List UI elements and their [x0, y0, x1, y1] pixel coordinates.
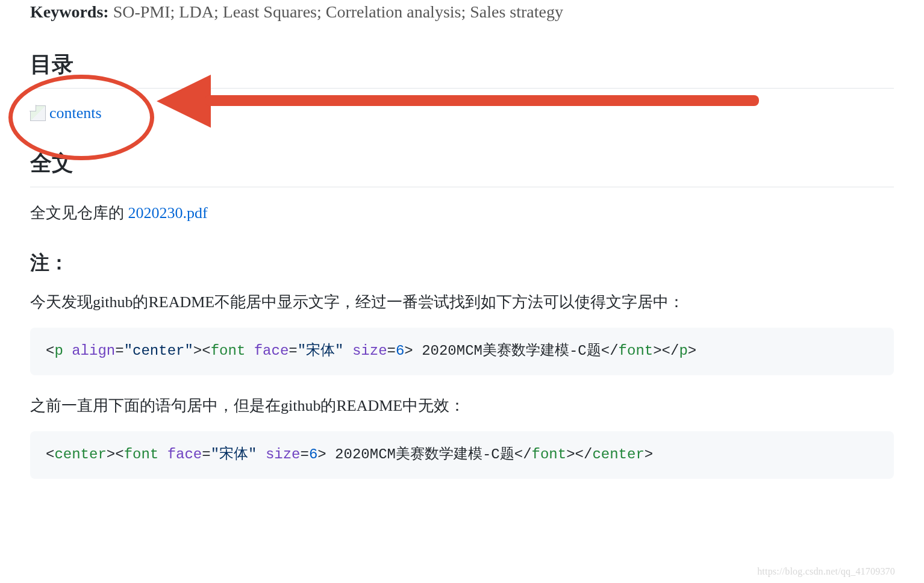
readme-page: Keywords: SO-PMI; LDA; Least Squares; Co…	[0, 0, 924, 583]
broken-image-placeholder[interactable]: contents	[30, 104, 102, 122]
note-paragraph-2: 之前一直用下面的语句居中，但是在github的README中无效：	[30, 393, 894, 419]
keywords-label: Keywords:	[30, 2, 109, 21]
broken-image-alt-text: contents	[49, 104, 102, 122]
note-heading: 注：	[30, 250, 894, 276]
code-block-center: <center><font face="宋体" size=6> 2020MCM美…	[30, 431, 894, 478]
watermark-text: https://blog.csdn.net/qq_41709370	[757, 566, 895, 577]
fulltext-heading: 全文	[30, 149, 894, 187]
code-block-p-align: <p align="center"><font face="宋体" size=6…	[30, 328, 894, 375]
fulltext-paragraph: 全文见仓库的 2020230.pdf	[30, 201, 894, 226]
broken-image-icon	[30, 105, 46, 121]
toc-heading: 目录	[30, 50, 894, 89]
note-paragraph-1: 今天发现github的README不能居中显示文字，经过一番尝试找到如下方法可以…	[30, 290, 894, 315]
fulltext-pdf-link[interactable]: 2020230.pdf	[128, 204, 208, 222]
keywords-value: SO-PMI; LDA; Least Squares; Correlation …	[113, 2, 563, 21]
keywords-line: Keywords: SO-PMI; LDA; Least Squares; Co…	[30, 0, 894, 23]
fulltext-prefix: 全文见仓库的	[30, 204, 128, 222]
toc-image-row: contents	[30, 104, 894, 122]
